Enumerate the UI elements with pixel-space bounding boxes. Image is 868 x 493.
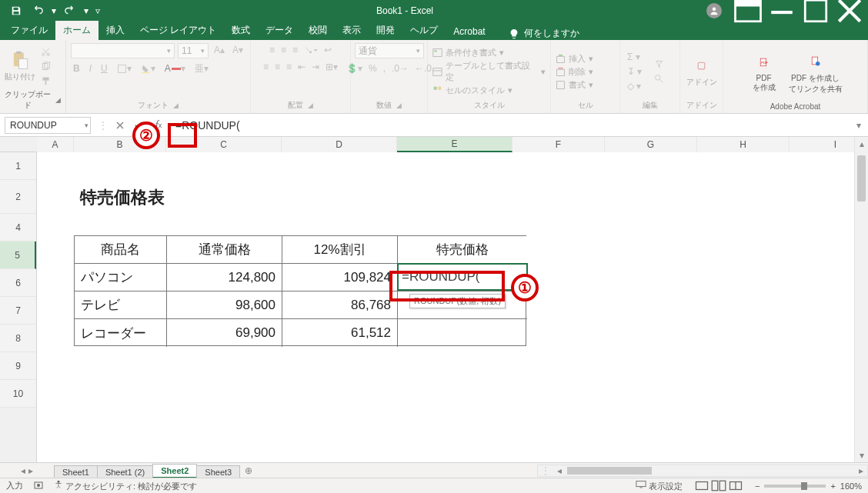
row-header-8[interactable]: 8	[0, 325, 36, 352]
minimize-button[interactable]	[765, 0, 799, 22]
col-header-D[interactable]: D	[282, 137, 397, 152]
percent-button[interactable]: %	[366, 62, 379, 75]
font-dialog-launcher[interactable]: ◢	[173, 102, 179, 109]
sheet-tab-2[interactable]: Sheet2	[152, 464, 197, 478]
name-box[interactable]: ROUNDUP ▾	[5, 117, 91, 134]
shrink-font-button[interactable]: A▾	[230, 43, 245, 57]
addin-button[interactable]: アドイン	[686, 55, 717, 88]
formula-bar-expand[interactable]: ▾	[850, 120, 868, 131]
delete-cells-button[interactable]: 削除▾	[556, 66, 593, 78]
tab-view[interactable]: 表示	[335, 21, 369, 40]
new-sheet-button[interactable]: ⊕	[239, 465, 258, 476]
qat-customize[interactable]: ▿	[92, 2, 103, 20]
align-bottom-button[interactable]: ≡	[290, 43, 300, 57]
conditional-formatting-button[interactable]: 条件付き書式▾	[432, 47, 546, 58]
close-button[interactable]	[833, 0, 866, 22]
tab-review[interactable]: 校閲	[301, 21, 335, 40]
sheet-nav[interactable]: ◂ ▸	[0, 465, 54, 476]
undo-dropdown[interactable]: ▾	[49, 2, 58, 20]
copy-button[interactable]	[38, 59, 53, 73]
pdf-share-button[interactable]: PDF を作成し てリンクを共有	[789, 52, 843, 95]
tab-insert[interactable]: 挿入	[98, 21, 132, 40]
inc-decimal-button[interactable]: .0→	[389, 62, 411, 75]
italic-button[interactable]: I	[87, 62, 94, 75]
undo-button[interactable]	[28, 2, 48, 20]
border-button[interactable]: ▾	[115, 62, 134, 75]
view-page-layout-button[interactable]	[710, 480, 727, 492]
cancel-formula-button[interactable]	[111, 117, 129, 134]
alignment-dialog-launcher[interactable]: ◢	[308, 102, 313, 109]
scroll-up-icon[interactable]: ▴	[855, 137, 868, 151]
accessibility-status[interactable]: アクセシビリティ: 検討が必要です	[54, 480, 197, 492]
grow-font-button[interactable]: A▴	[212, 43, 227, 57]
col-header-A[interactable]: A	[37, 137, 74, 152]
redo-dropdown[interactable]: ▾	[82, 2, 91, 20]
fill-button[interactable]: ↧ ▾	[625, 65, 644, 78]
format-cells-button[interactable]: 書式▾	[556, 79, 593, 91]
insert-cells-button[interactable]: 挿入▾	[556, 53, 593, 65]
vertical-scrollbar[interactable]: ▴ ▾	[854, 137, 868, 462]
tab-data[interactable]: データ	[258, 21, 301, 40]
underline-button[interactable]: U	[98, 62, 110, 75]
row-header-10[interactable]: 10	[0, 380, 36, 408]
redo-button[interactable]	[60, 2, 80, 20]
cut-button[interactable]	[38, 45, 53, 58]
paste-button[interactable]: 貼り付け	[5, 50, 35, 82]
align-top-button[interactable]: ≡	[267, 43, 277, 57]
zoom-value[interactable]: 160%	[840, 481, 862, 491]
hscroll-thumb[interactable]	[567, 467, 652, 475]
autosum-button[interactable]: Σ ▾	[625, 50, 644, 64]
save-button[interactable]	[6, 2, 26, 20]
user-avatar[interactable]	[706, 3, 722, 18]
sheet-tab-1[interactable]: Sheet1 (2)	[97, 465, 153, 478]
tab-file[interactable]: ファイル	[3, 21, 55, 40]
font-size-combo[interactable]: 11 ▾	[178, 43, 209, 58]
tab-page-layout[interactable]: ページ レイアウト	[132, 21, 224, 40]
merge-button[interactable]: ⊞▾	[323, 60, 340, 74]
align-right-button[interactable]: ≡	[284, 60, 294, 74]
zoom-slider[interactable]	[764, 485, 826, 488]
ribbon-display-options[interactable]	[731, 0, 765, 22]
indent-inc-button[interactable]: ⇥	[309, 60, 322, 74]
row-header-2[interactable]: 2	[0, 180, 36, 214]
tab-acrobat[interactable]: Acrobat	[446, 23, 492, 40]
cell-styles-button[interactable]: セルのスタイル▾	[432, 85, 546, 96]
number-format-combo[interactable]: 通貨▾	[355, 43, 424, 58]
format-as-table-button[interactable]: テーブルとして書式設定▾	[432, 60, 546, 83]
tab-formulas[interactable]: 数式	[224, 21, 258, 40]
bold-button[interactable]: B	[71, 62, 82, 75]
tab-help[interactable]: ヘルプ	[402, 21, 446, 40]
phonetic-button[interactable]: 亜▾	[192, 62, 211, 75]
clipboard-dialog-launcher[interactable]: ◢	[55, 96, 61, 104]
name-box-dropdown[interactable]: ▾	[85, 122, 88, 129]
display-settings-button[interactable]: 表示設定	[636, 480, 683, 492]
row-header-7[interactable]: 7	[0, 297, 36, 325]
indent-dec-button[interactable]: ⇤	[295, 60, 308, 74]
fill-color-button[interactable]: ▾	[139, 62, 158, 75]
view-normal-button[interactable]	[693, 480, 710, 492]
maximize-button[interactable]	[799, 0, 833, 22]
col-header-C[interactable]: C	[166, 137, 282, 152]
scroll-right-icon[interactable]: ▸	[855, 465, 867, 476]
align-left-button[interactable]: ≡	[261, 60, 271, 74]
cells-area[interactable]: 特売価格表 商品名 通常価格 12%割引 特売価格 パソコン 124,800 1…	[37, 152, 854, 462]
col-header-H[interactable]: H	[697, 137, 790, 152]
col-header-G[interactable]: G	[605, 137, 697, 152]
zoom-in-button[interactable]: +	[830, 481, 835, 491]
orientation-button[interactable]: ⭨▾	[302, 43, 320, 57]
scroll-down-icon[interactable]: ▾	[855, 448, 868, 462]
tell-me-search[interactable]: 何をしますか	[502, 27, 586, 40]
number-dialog-launcher[interactable]: ◢	[396, 102, 402, 109]
zoom-out-button[interactable]: −	[755, 481, 760, 491]
tab-developer[interactable]: 開発	[369, 21, 402, 40]
row-header-6[interactable]: 6	[0, 269, 36, 297]
horizontal-scrollbar[interactable]: ⋮ ◂ ▸	[537, 465, 868, 477]
col-header-E[interactable]: E	[397, 137, 512, 152]
row-header-9[interactable]: 9	[0, 352, 36, 380]
formula-input[interactable]	[174, 117, 850, 134]
active-cell-editor[interactable]: =ROUNDUP(	[397, 263, 528, 291]
format-painter-button[interactable]	[38, 74, 53, 88]
col-header-F[interactable]: F	[512, 137, 605, 152]
wrap-text-button[interactable]: ↩	[322, 43, 334, 57]
font-color-button[interactable]: A▾	[162, 62, 188, 75]
